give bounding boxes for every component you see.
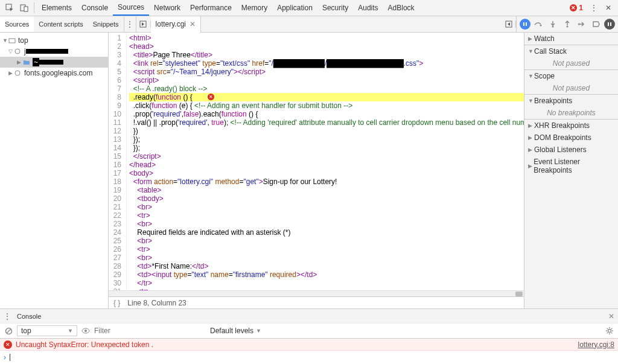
log-levels-selector[interactable]: Default levels▼	[206, 327, 265, 335]
dom-breakpoints-section[interactable]: ▶DOM Breakpoints	[524, 132, 618, 144]
callstack-empty: Not paused	[524, 57, 618, 69]
svg-line-27	[607, 333, 608, 333]
console-more-icon[interactable]: ⋮	[4, 312, 13, 321]
tab-security[interactable]: Security	[317, 0, 353, 16]
subtab-content-scripts[interactable]: Content scripts	[34, 16, 88, 32]
svg-point-20	[608, 330, 611, 333]
svg-rect-12	[610, 22, 611, 26]
svg-rect-11	[608, 22, 609, 26]
breakpoints-section[interactable]: ▼Breakpoints	[524, 95, 618, 107]
debugger-sidebar: ▶Watch ▼Call Stack Not paused ▼Scope Not…	[524, 33, 618, 308]
svg-rect-6	[526, 22, 527, 26]
watch-section[interactable]: ▶Watch	[524, 33, 618, 45]
tree-item-origin[interactable]: ▽j	[0, 46, 108, 57]
svg-point-15	[15, 71, 20, 75]
svg-point-8	[552, 26, 554, 28]
console-filter-input[interactable]	[92, 325, 206, 336]
tree-item-folder[interactable]: ▶~	[0, 57, 108, 68]
tab-memory[interactable]: Memory	[237, 0, 272, 16]
xhr-breakpoints-section[interactable]: ▶XHR Breakpoints	[524, 120, 618, 132]
console-tab[interactable]: Console	[13, 313, 45, 320]
scope-section[interactable]: ▼Scope	[524, 70, 618, 82]
eye-icon[interactable]	[80, 328, 92, 334]
svg-rect-13	[9, 39, 15, 43]
close-tab-icon[interactable]: ✕	[190, 20, 196, 28]
pause-icon[interactable]	[520, 19, 530, 30]
code-editor: 1234567891011121314151617181920212223242…	[109, 33, 524, 308]
console-prompt[interactable]: ›	[0, 351, 618, 364]
close-drawer-icon[interactable]: ✕	[608, 312, 614, 321]
tab-performance[interactable]: Performance	[185, 0, 237, 16]
editor-status-bar: { }Line 8, Column 23	[109, 296, 524, 308]
error-count-badge[interactable]: ✕1	[570, 4, 583, 12]
svg-point-10	[578, 24, 580, 25]
event-listener-breakpoints-section[interactable]: ▶Event Listener Breakpoints	[524, 156, 618, 176]
svg-line-17	[7, 329, 11, 333]
tab-network[interactable]: Network	[149, 0, 185, 16]
svg-line-28	[611, 328, 612, 329]
tab-console[interactable]: Console	[77, 0, 113, 16]
error-source-link[interactable]: lottery.cgi:8	[578, 340, 614, 349]
breakpoints-empty: No breakpoints	[524, 107, 618, 119]
deactivate-breakpoints-icon[interactable]	[590, 18, 603, 31]
code-lines[interactable]: <html><head> <title>Page Three</title> <…	[127, 33, 524, 290]
error-icon: ✕	[4, 340, 12, 349]
pause-exceptions-icon[interactable]	[604, 19, 615, 30]
inspect-icon[interactable]	[4, 2, 16, 14]
tab-application[interactable]: Application	[272, 0, 317, 16]
file-tab-lottery[interactable]: lottery.cgi✕	[151, 16, 201, 33]
console-error-message[interactable]: ✕ Uncaught SyntaxError: Unexpected token…	[0, 339, 618, 351]
svg-line-26	[611, 333, 612, 333]
console-toolbar: top▼ Default levels▼	[0, 323, 618, 339]
svg-point-7	[540, 25, 542, 27]
step-icon[interactable]	[575, 18, 588, 31]
callstack-section[interactable]: ▼Call Stack	[524, 45, 618, 57]
svg-rect-5	[523, 22, 524, 26]
tab-audits[interactable]: Audits	[353, 0, 383, 16]
step-into-icon[interactable]	[546, 18, 559, 31]
svg-line-25	[607, 328, 608, 329]
tab-elements[interactable]: Elements	[37, 0, 77, 16]
svg-point-14	[15, 49, 20, 54]
divider	[34, 2, 34, 13]
devtools-main-tabs: ElementsConsoleSourcesNetworkPerformance…	[0, 0, 618, 16]
sources-sub-tabs: SourcesContent scriptsSnippets ⋮ lottery…	[0, 16, 618, 33]
tab-adblock[interactable]: AdBlock	[383, 0, 419, 16]
more-tabs-icon[interactable]: ⋮	[124, 16, 136, 32]
close-devtools-icon[interactable]: ✕	[602, 2, 614, 14]
subtab-sources[interactable]: Sources	[0, 16, 34, 32]
toggle-navigator-icon[interactable]	[136, 21, 151, 28]
horizontal-scrollbar[interactable]	[109, 290, 524, 296]
more-file-icon[interactable]	[502, 21, 516, 28]
tree-root-top[interactable]: ▼top	[0, 35, 108, 46]
svg-point-19	[84, 330, 87, 332]
console-settings-icon[interactable]	[604, 327, 616, 335]
svg-rect-2	[24, 7, 28, 11]
context-selector[interactable]: top▼	[17, 325, 77, 336]
tab-sources[interactable]: Sources	[113, 0, 149, 16]
global-listeners-section[interactable]: ▶Global Listeners	[524, 144, 618, 156]
tree-item-fonts[interactable]: ▶fonts.googleapis.com	[0, 68, 108, 78]
scope-empty: Not paused	[524, 82, 618, 94]
clear-console-icon[interactable]	[2, 327, 14, 335]
step-out-icon[interactable]	[561, 18, 574, 31]
line-error-icon: ✕	[208, 94, 214, 100]
step-over-icon[interactable]	[532, 18, 545, 31]
file-navigator: ▼top ▽j ▶~ ▶fonts.googleapis.com	[0, 33, 109, 308]
device-toggle-icon[interactable]	[18, 2, 30, 14]
svg-point-9	[567, 26, 569, 28]
subtab-snippets[interactable]: Snippets	[88, 16, 124, 32]
more-icon[interactable]: ⋮	[588, 2, 600, 14]
console-drawer-tab-bar: ⋮ Console ✕	[0, 308, 618, 323]
